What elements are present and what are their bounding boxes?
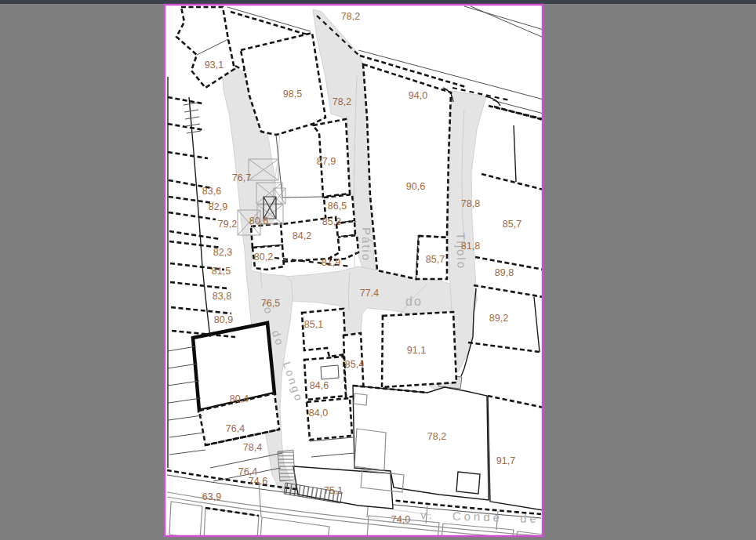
elevation-label: 78,2 [341, 11, 360, 22]
elevation-label: 98,5 [283, 89, 302, 100]
elevation-label: 78,2 [333, 96, 351, 107]
elevation-label: 63,9 [202, 491, 221, 502]
elevation-label: 86,5 [328, 201, 347, 212]
elevation-label: 89,8 [495, 267, 514, 278]
elevation-label: 83,8 [213, 291, 231, 302]
elevation-label: 94,0 [409, 90, 427, 101]
elevation-label: 91,1 [407, 345, 426, 356]
street-name-label: Pátio [360, 227, 373, 262]
elevation-label: 76,7 [232, 172, 251, 183]
elevation-label: 85,4 [345, 359, 364, 370]
elevation-label: 76,4 [226, 423, 245, 434]
elevation-label: 93,1 [205, 60, 224, 71]
elevation-label: 84,0 [309, 408, 328, 419]
elevation-label: 82,9 [209, 201, 227, 212]
elevation-label: 90,6 [406, 181, 425, 192]
elevation-label: 81,9 [322, 257, 340, 268]
elevation-label: 85,1 [304, 319, 323, 330]
street-name-label: do [405, 295, 423, 308]
elevation-label: 78,4 [243, 442, 262, 453]
elevation-label: 75,1 [324, 485, 343, 496]
elevation-label: 85,3 [322, 216, 341, 227]
elevation-label: 85,7 [503, 219, 522, 230]
elevation-label: 82,3 [213, 247, 232, 258]
elevation-label: 80,2 [254, 252, 273, 263]
map-panel[interactable]: PátiodoTijoloto do Longov. Conde de 78,2… [0, 0, 756, 540]
elevation-label: 85,7 [426, 254, 445, 265]
elevation-label: 74,6 [249, 476, 267, 487]
elevation-label: 83,6 [202, 186, 221, 197]
elevation-label: 80,4 [230, 393, 249, 404]
elevation-label: 77.4 [360, 288, 379, 299]
app-background: { "window": { "background_color": "#7e7e… [0, 0, 756, 540]
elevation-label: 80,9 [214, 314, 233, 325]
elevation-label: 87,9 [317, 156, 336, 167]
elevation-label: 79,2 [218, 219, 237, 230]
stairs-ladder [278, 450, 295, 481]
elevation-label: 78,8 [461, 198, 480, 209]
elevation-label: 89,2 [489, 313, 508, 324]
elevation-label: 84,2 [293, 230, 311, 241]
elevation-label: 84,6 [310, 380, 329, 391]
elevation-label: 74,0 [391, 514, 410, 525]
elevation-label: 81,8 [461, 241, 480, 252]
elevation-label: 91,7 [496, 455, 515, 466]
elevation-label: 80,6 [249, 216, 268, 227]
elevation-label: 76,5 [261, 298, 280, 309]
elevation-label: 81,5 [212, 266, 231, 277]
elevation-label: 78,2 [427, 431, 446, 442]
